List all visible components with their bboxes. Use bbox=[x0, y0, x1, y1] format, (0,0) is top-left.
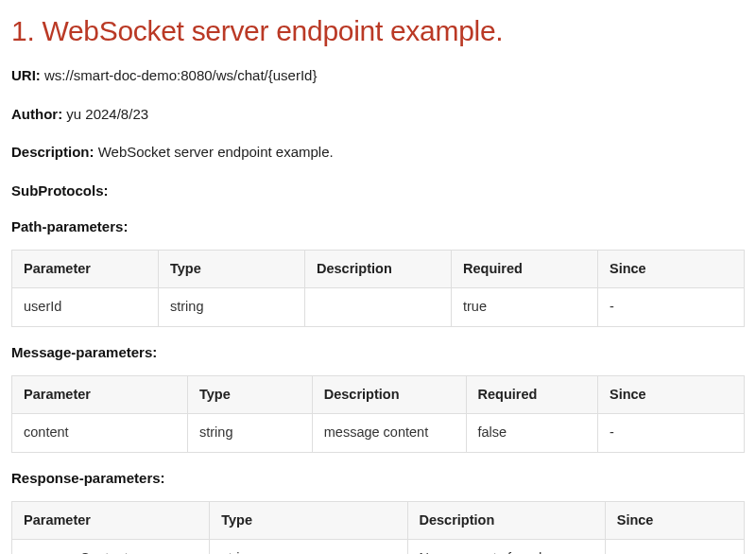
uri-value: ws://smart-doc-demo:8080/ws/chat/{userId… bbox=[44, 67, 317, 83]
cell-description: message content bbox=[312, 414, 466, 453]
col-since: Since bbox=[598, 375, 745, 414]
cell-parameter: content bbox=[12, 414, 188, 453]
table-row: userId string true - bbox=[12, 288, 745, 327]
cell-type: string bbox=[210, 540, 407, 554]
table-row: responseContent string No comments found… bbox=[12, 540, 745, 554]
col-type: Type bbox=[159, 250, 305, 288]
cell-parameter: userId bbox=[12, 288, 159, 327]
cell-description bbox=[305, 288, 452, 327]
path-parameters-table: Parameter Type Description Required Sinc… bbox=[11, 250, 745, 328]
cell-required: false bbox=[466, 414, 598, 453]
cell-description: No comments found. bbox=[407, 540, 605, 554]
description-value: WebSocket server endpoint example. bbox=[98, 144, 334, 160]
col-required: Required bbox=[466, 375, 598, 414]
col-parameter: Parameter bbox=[12, 501, 210, 540]
cell-since: - bbox=[598, 414, 745, 453]
cell-since: - bbox=[605, 540, 744, 554]
uri-label: URI: bbox=[11, 67, 41, 83]
message-parameters-table: Parameter Type Description Required Sinc… bbox=[11, 375, 745, 454]
table-row: content string message content false - bbox=[12, 414, 745, 453]
cell-parameter: responseContent bbox=[12, 540, 210, 554]
cell-type: string bbox=[188, 414, 313, 453]
col-type: Type bbox=[210, 501, 407, 540]
col-description: Description bbox=[407, 501, 605, 540]
page-title: 1. WebSocket server endpoint example. bbox=[11, 9, 745, 52]
path-parameters-heading: Path-parameters: bbox=[11, 216, 745, 238]
table-header-row: Parameter Type Description Since bbox=[12, 501, 745, 540]
author-label: Author: bbox=[11, 106, 62, 122]
response-parameters-heading: Response-parameters: bbox=[11, 468, 745, 490]
col-parameter: Parameter bbox=[12, 250, 159, 288]
cell-required: true bbox=[452, 288, 598, 327]
col-since: Since bbox=[598, 250, 745, 288]
col-description: Description bbox=[312, 375, 466, 414]
author-value: yu 2024/8/23 bbox=[66, 106, 148, 122]
cell-since: - bbox=[598, 288, 745, 327]
subprotocols-heading: SubProtocols: bbox=[11, 181, 745, 202]
col-parameter: Parameter bbox=[12, 375, 188, 414]
table-header-row: Parameter Type Description Required Sinc… bbox=[12, 375, 745, 414]
description-label: Description: bbox=[11, 144, 94, 160]
col-since: Since bbox=[605, 501, 744, 540]
author-line: Author: yu 2024/8/23 bbox=[11, 104, 745, 126]
message-parameters-heading: Message-parameters: bbox=[11, 342, 745, 364]
table-header-row: Parameter Type Description Required Sinc… bbox=[12, 250, 745, 288]
col-type: Type bbox=[188, 375, 313, 414]
description-line: Description: WebSocket server endpoint e… bbox=[11, 142, 745, 164]
col-required: Required bbox=[452, 250, 598, 288]
cell-type: string bbox=[159, 288, 305, 327]
response-parameters-table: Parameter Type Description Since respons… bbox=[11, 501, 745, 555]
col-description: Description bbox=[305, 250, 452, 288]
uri-line: URI: ws://smart-doc-demo:8080/ws/chat/{u… bbox=[11, 65, 745, 87]
